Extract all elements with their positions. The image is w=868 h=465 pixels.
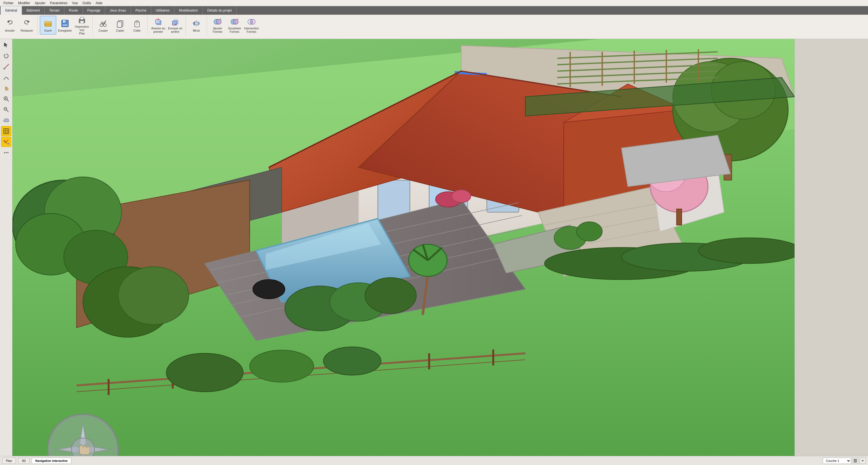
svg-marker-32 — [197, 22, 200, 25]
add-shape-icon: + — [213, 17, 223, 26]
svg-rect-56 — [4, 128, 9, 134]
tab-paysage[interactable]: Paysage — [83, 6, 105, 15]
menu-bar: Fichier Modifier Ajouter Paramètres Vue … — [0, 0, 868, 6]
left-toolbar — [0, 39, 12, 456]
svg-point-152 — [452, 190, 471, 202]
svg-text:−: − — [237, 17, 239, 21]
status-bar: Plan 3D Navigation interactive Couche 1 … — [0, 456, 868, 465]
tab-bar: Général Bâtiment Terrain Route Paysage J… — [0, 6, 868, 15]
tab-modelisation[interactable]: Modélisation — [174, 6, 203, 15]
toolbar: Annuler Restaurer Ouvrir — [0, 15, 868, 39]
btn-intersection-formes-label: Intersection Formes — [244, 27, 259, 34]
left-btn-measure[interactable] — [1, 62, 11, 72]
menu-vue[interactable]: Vue — [70, 1, 80, 6]
tab-jeux-eau[interactable]: Jeux d'eau — [105, 6, 131, 15]
layer-selector: Couche 1 Couche 2 Couche 3 — [823, 458, 866, 464]
menu-aide[interactable]: Aide — [93, 1, 104, 6]
svg-point-46 — [3, 68, 4, 69]
right-panel — [795, 39, 868, 456]
svg-rect-18 — [117, 22, 122, 27]
left-btn-arc[interactable] — [1, 72, 11, 83]
menu-fichier[interactable]: Fichier — [1, 1, 16, 6]
scene-3d — [12, 39, 795, 456]
btn-miroir-label: Miroir — [193, 29, 200, 32]
undo-icon — [5, 18, 15, 29]
left-btn-grid[interactable] — [1, 126, 11, 136]
svg-rect-111 — [677, 209, 682, 225]
svg-point-102 — [699, 238, 795, 263]
status-tab-nav[interactable]: Navigation interactive — [32, 458, 71, 464]
menu-ajouter[interactable]: Ajouter — [32, 1, 48, 6]
svg-marker-31 — [193, 22, 196, 25]
menu-parametres[interactable]: Paramètres — [48, 1, 70, 6]
svg-rect-20 — [136, 21, 138, 22]
tab-piscine[interactable]: Piscine — [131, 6, 151, 15]
svg-rect-48 — [5, 87, 6, 89]
btn-impression[interactable]: Impression Vue Plan — [74, 16, 90, 34]
layer-btn-layers[interactable] — [852, 458, 858, 464]
tab-general[interactable]: Général — [1, 6, 22, 15]
redo-icon — [22, 18, 32, 29]
tab-batiment[interactable]: Bâtiment — [22, 6, 44, 15]
btn-couper[interactable]: Couper — [95, 16, 111, 34]
btn-soustraire-formes[interactable]: − Soustraire Formes — [226, 16, 243, 34]
send-back-icon — [170, 17, 180, 26]
bring-front-icon — [153, 17, 163, 26]
tab-details[interactable]: Détails du projet — [203, 6, 237, 15]
svg-point-63 — [6, 152, 7, 153]
svg-rect-8 — [80, 17, 84, 20]
left-btn-more[interactable] — [1, 148, 11, 158]
btn-envoyer-arriere-label: Envoyer en arrière — [168, 27, 183, 34]
btn-miroir[interactable]: Miroir — [188, 16, 205, 34]
layer-dropdown[interactable]: Couche 1 Couche 2 Couche 3 — [823, 458, 851, 464]
menu-outils[interactable]: Outils — [80, 1, 94, 6]
tab-utilitaires[interactable]: Utilitaires — [151, 6, 174, 15]
svg-point-127 — [118, 267, 189, 324]
left-btn-zoom-window[interactable] — [1, 105, 11, 115]
left-btn-zoom[interactable] — [1, 94, 11, 104]
btn-annuler-label: Annuler — [5, 29, 15, 32]
svg-line-54 — [6, 110, 8, 112]
btn-enregistrer[interactable]: Enregistrer — [57, 16, 73, 34]
btn-copier[interactable]: Copier — [112, 16, 128, 34]
svg-rect-25 — [155, 20, 160, 24]
btn-ouvrir-label: Ouvrir — [44, 29, 52, 32]
toolbar-group-order: Amener au premier Envoyer en arrière — [150, 16, 186, 36]
btn-coller-label: Coller — [133, 29, 141, 32]
tab-route[interactable]: Route — [64, 6, 83, 15]
btn-restaurer[interactable]: Restaurer — [19, 16, 35, 34]
btn-intersection-formes[interactable]: Intersection Formes — [243, 16, 260, 34]
left-btn-cloud[interactable] — [1, 115, 11, 125]
left-btn-paint[interactable] — [1, 137, 11, 147]
btn-impression-label: Impression Vue Plan — [74, 25, 89, 35]
left-btn-rotate[interactable] — [1, 51, 11, 61]
viewport[interactable] — [12, 39, 795, 456]
svg-point-64 — [7, 152, 8, 153]
svg-marker-26 — [157, 18, 159, 20]
print-icon — [77, 16, 87, 25]
btn-envoyer-arriere[interactable]: Envoyer en arrière — [167, 16, 183, 34]
svg-rect-10 — [84, 20, 85, 20]
btn-amener-premier-label: Amener au premier — [151, 27, 165, 34]
status-tab-3d[interactable]: 3D — [18, 458, 29, 464]
btn-annuler[interactable]: Annuler — [2, 16, 18, 34]
layer-btn-down[interactable] — [860, 458, 866, 464]
btn-coller[interactable]: Coller — [129, 16, 145, 34]
mirror-icon — [191, 18, 202, 29]
toolbar-group-undoredo: Annuler Restaurer — [2, 16, 38, 36]
svg-point-104 — [577, 222, 602, 241]
status-tab-plan[interactable]: Plan — [2, 458, 16, 464]
btn-ouvrir[interactable]: Ouvrir — [40, 16, 56, 34]
btn-ajouter-formes[interactable]: + Ajouter Formes — [209, 16, 226, 34]
tab-terrain[interactable]: Terrain — [44, 6, 64, 15]
svg-rect-164 — [854, 459, 857, 460]
menu-modifier[interactable]: Modifier — [16, 1, 32, 6]
svg-rect-6 — [62, 24, 68, 26]
left-btn-hand[interactable] — [1, 83, 11, 93]
toolbar-group-mirror: Miroir — [188, 16, 207, 36]
btn-restaurer-label: Restaurer — [21, 29, 33, 32]
btn-amener-premier[interactable]: Amener au premier — [150, 16, 166, 34]
btn-copier-label: Copier — [116, 29, 124, 32]
left-btn-cursor[interactable] — [1, 40, 11, 50]
svg-line-43 — [4, 64, 8, 69]
